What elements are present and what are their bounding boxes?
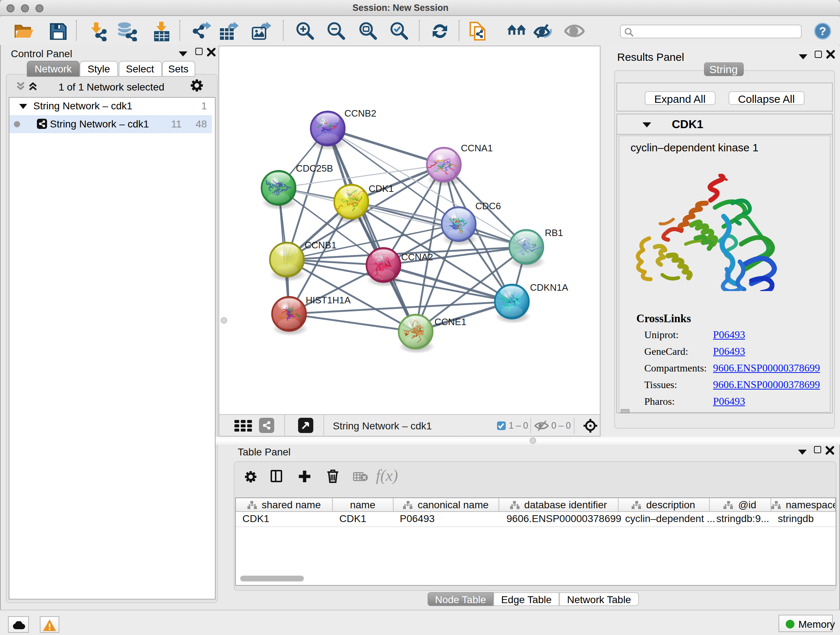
svg-text:CCNB1: CCNB1 (305, 239, 336, 250)
svg-text:CCNA2: CCNA2 (401, 251, 433, 262)
svg-text:?: ? (819, 24, 826, 37)
svg-text:CDK1: CDK1 (369, 183, 393, 194)
svg-text:CCNB2: CCNB2 (344, 108, 376, 119)
svg-text:CCNA1: CCNA1 (461, 142, 493, 153)
svg-text:CDC25B: CDC25B (296, 163, 333, 173)
svg-text:CCNE1: CCNE1 (434, 316, 466, 327)
svg-text:HIST1H1A: HIST1H1A (306, 295, 351, 305)
svg-text:CDC6: CDC6 (475, 200, 501, 211)
svg-text:RB1: RB1 (545, 227, 563, 238)
svg-text:CDKN1A: CDKN1A (530, 282, 568, 293)
